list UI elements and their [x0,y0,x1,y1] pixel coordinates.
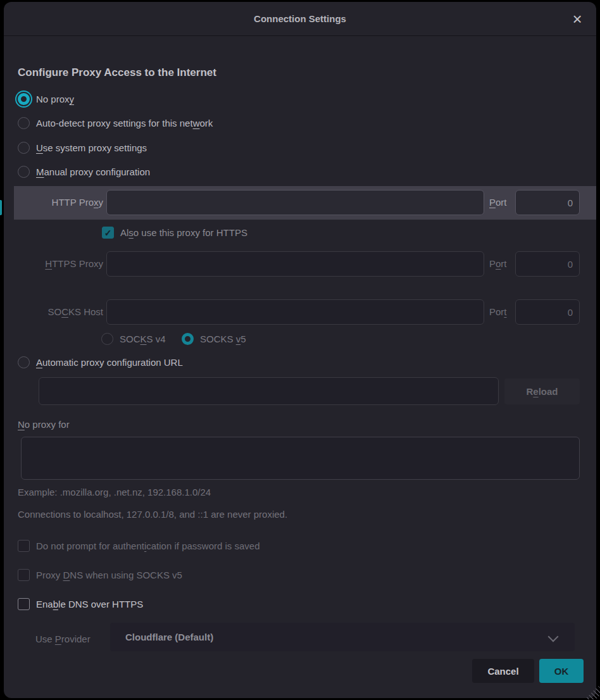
https-port-input[interactable] [515,251,580,277]
checkbox-icon-enable-doh [18,598,30,610]
use-provider-label: Use Provider [35,634,91,644]
radio-option-system-proxy[interactable]: Use system proxy settings [18,142,147,154]
radio-option-no-proxy[interactable]: No proxy [18,93,74,105]
no-proxy-for-label: No proxy for [18,419,70,430]
radio-icon-socks-v5 [182,333,194,345]
http-proxy-label: HTTP Proxy [40,197,103,208]
doh-provider-dropdown[interactable]: Cloudflare (Default) [110,623,575,651]
http-proxy-input[interactable] [106,190,484,215]
checkbox-icon-proxy-dns-socks5 [18,569,30,581]
checkbox-option-enable-doh[interactable]: Enable DNS over HTTPS [18,598,143,610]
radio-icon-system-proxy [18,142,30,154]
radio-option-socks-v5[interactable]: SOCKS v5 [182,333,246,345]
radio-label-manual-proxy: Manual proxy configuration [36,166,150,177]
checkbox-option-share-proxy-https[interactable]: ✓ Also use this proxy for HTTPS [102,227,247,239]
http-port-label: Port [489,197,507,208]
screen: Connection Settings × Configure Proxy Ac… [0,0,600,700]
ok-button[interactable]: OK [539,659,584,683]
radio-label-autoconfig-url: Automatic proxy configuration URL [36,357,183,368]
checkbox-label-enable-doh: Enable DNS over HTTPS [36,599,143,609]
settings-heading: Configure Proxy Access to the Internet [18,66,216,79]
radio-icon-no-proxy [18,93,30,105]
http-port-input[interactable] [515,190,580,215]
https-proxy-input[interactable] [106,251,484,277]
radio-icon-auto-detect [18,117,30,129]
radio-label-no-proxy: No proxy [36,94,74,104]
checkbox-icon-no-auth-prompt [18,540,30,552]
radio-option-manual-proxy[interactable]: Manual proxy configuration [18,166,150,178]
autoconfig-url-input[interactable] [39,377,499,405]
https-port-label: Port [489,258,507,269]
socks-host-input[interactable] [106,299,484,325]
https-proxy-label: HTTPS Proxy [40,258,103,269]
radio-icon-autoconfig-url [18,356,30,368]
checkbox-label-share-proxy: Also use this proxy for HTTPS [120,227,247,238]
resize-grip[interactable] [585,684,600,699]
radio-icon-manual-proxy [18,166,30,178]
socks-port-label: Port [489,306,507,317]
reload-button-label: Reload [526,386,558,397]
radio-option-autoconfig-url[interactable]: Automatic proxy configuration URL [18,356,183,368]
checkbox-icon-share-proxy: ✓ [102,227,114,239]
radio-label-auto-detect: Auto-detect proxy settings for this netw… [36,118,213,128]
radio-option-auto-detect[interactable]: Auto-detect proxy settings for this netw… [18,117,213,129]
dialog-titlebar: Connection Settings × [4,2,596,36]
reload-button[interactable]: Reload [504,378,580,404]
radio-label-socks-v5: SOCKS v5 [200,334,246,344]
close-icon: × [572,11,582,27]
dialog-title: Connection Settings [4,2,596,35]
no-proxy-for-textarea[interactable] [21,437,580,480]
no-proxy-example-text: Example: .mozilla.org, .net.nz, 192.168.… [18,487,211,497]
checkbox-label-no-auth-prompt: Do not prompt for authentication if pass… [36,541,260,551]
radio-label-system-proxy: Use system proxy settings [36,142,147,153]
checkbox-option-proxy-dns-socks5[interactable]: Proxy DNS when using SOCKS v5 [18,569,182,581]
connection-settings-dialog: Connection Settings × Configure Proxy Ac… [4,2,596,698]
chevron-down-icon [548,632,559,642]
checkbox-option-no-auth-prompt[interactable]: Do not prompt for authentication if pass… [18,540,260,552]
close-button[interactable]: × [567,9,587,28]
no-proxy-note-text: Connections to localhost, 127.0.0.1/8, a… [18,509,287,520]
cancel-button[interactable]: Cancel [472,659,534,683]
radio-label-socks-v4: SOCKS v4 [120,334,166,344]
socks-host-label: SOCKS Host [40,306,103,317]
background-artifact [0,200,2,215]
socks-port-input[interactable] [515,299,580,325]
radio-option-socks-v4[interactable]: SOCKS v4 [101,333,166,345]
checkbox-label-proxy-dns-socks5: Proxy DNS when using SOCKS v5 [36,570,182,580]
doh-provider-selected-value: Cloudflare (Default) [125,623,213,651]
radio-icon-socks-v4 [101,333,113,345]
